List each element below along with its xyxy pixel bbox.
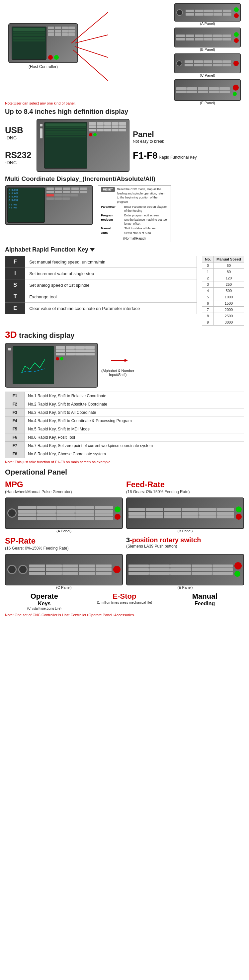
e-panel-label: (E Panel) xyxy=(200,101,215,105)
b-panel-container: (B Panel) xyxy=(174,27,241,51)
alphabet-keys-table: F Set manual feeding speed, unit:mm/min … xyxy=(5,256,197,314)
mpg-knob xyxy=(7,508,17,518)
alphabet-key-row: E Clear value of machine coordinate on P… xyxy=(5,303,197,314)
f1f8-row: F2 No.2 Rapid Key, Shift to Absolute Coo… xyxy=(5,400,244,409)
op-b-panel-box: (B Panel) xyxy=(126,498,244,533)
a-panel-container: (A Panel) xyxy=(174,3,241,25)
alpha-desc-cell: Exchange tool xyxy=(25,291,197,303)
f1f8-functions-table: F1 No.1 Rapid Key, Shift to Relative Coo… xyxy=(5,391,244,458)
alphabet-heading: Alphabet Rapid Function Key xyxy=(5,246,88,253)
alphabet-key-row: F Set manual feeding speed, unit:mm/min xyxy=(5,256,197,268)
f1f8-row: F6 No.6 Rapid Key, Posit Tool xyxy=(5,433,244,442)
multi-coord-section: Multi Coordinate Display_(Increment/Abso… xyxy=(5,175,244,242)
estop-sub: (1 million times press mechanical life) xyxy=(85,601,164,605)
mpg-title: MPG xyxy=(5,480,123,490)
multi-coord-device: X 0.000 Y 0.000 Z 0.000 A 0.000 X 0.000 … xyxy=(5,185,93,225)
alphabet-key-row: I Set increment value of single step xyxy=(5,268,197,280)
speed-val: 250 xyxy=(214,282,244,288)
f1f8-key-cell: F1 xyxy=(5,392,25,400)
e-panel-container: (E Panel) xyxy=(174,79,241,105)
svg-line-2 xyxy=(75,46,108,57)
svg-marker-4 xyxy=(90,248,95,251)
f1f8-row: F1 No.1 Rapid Key, Shift to Relative Coo… xyxy=(5,392,244,400)
speed-val: 60 xyxy=(214,262,244,269)
f1f8-label: F1-F8 xyxy=(133,150,158,161)
manual-speed-table: No. Manual Speed 0 60 1 80 2 120 3 250 4… xyxy=(202,256,244,326)
speed-no: 5 xyxy=(202,294,214,300)
tracking-suffix: tracking display xyxy=(17,331,75,339)
info-row-program: Program Enter program edit screen xyxy=(101,214,168,218)
f1f8-key-cell: F7 xyxy=(5,442,25,450)
usb-rs232-section: USB -DNC RS232 -DNC xyxy=(5,119,244,172)
f1f8-desc-cell: No.2 Rapid Key, Shift to Absolute Coordi… xyxy=(25,400,244,409)
sp-rate-col: SP-Rate (16 Gears: 0%-150% Feeding Rate) xyxy=(5,536,123,550)
a-panel-label: (A Panel) xyxy=(200,22,215,25)
right-labels: Panel Not easy to break F1-F8 Rapid Func… xyxy=(133,130,196,161)
f1f8-row: F7 No.7 Rapid Key, Set zero point of cur… xyxy=(5,442,244,450)
speed-col-no: No. xyxy=(202,256,214,262)
f1f8-desc-cell: No.4 Rapid Key, Shift to Coordinate & Pr… xyxy=(25,417,244,425)
op-c-right-buttons xyxy=(113,566,121,573)
f1f8-desc-cell: No.1 Rapid Key, Shift to Relative Coordi… xyxy=(25,392,244,400)
alpha-key-cell: E xyxy=(5,303,25,314)
c-panel-container: (C Panel) xyxy=(174,53,241,77)
c-panel-label: (C Panel) xyxy=(200,73,215,77)
speed-val: 2500 xyxy=(214,313,244,319)
alphabet-number-label: (Alphabet & NumberInput/Shift) xyxy=(101,369,134,377)
speed-val: 1000 xyxy=(214,294,244,300)
manual-title: Manual xyxy=(165,592,244,601)
reset-info-box: RESET Reset the CNC mode, stop all the f… xyxy=(98,185,171,242)
f1f8-key-cell: F2 xyxy=(5,400,25,409)
op-e-panel-box: (E Panel) xyxy=(126,554,244,589)
alpha-desc-cell: Set manual feeding speed, unit:mm/min xyxy=(25,256,197,268)
bottom-features-row: Operate Keys (Crystal type,Long Life) E-… xyxy=(5,592,244,610)
e-green-button xyxy=(235,571,240,577)
op-b-right-buttons xyxy=(236,506,242,520)
op-e-panel-image xyxy=(126,554,244,585)
op-b-keys xyxy=(128,508,234,519)
normal-rapid-label: (Normal/Rapid) xyxy=(101,237,168,240)
op-e-keys xyxy=(128,565,233,575)
operational-heading: Operational Panel xyxy=(5,468,244,477)
tracking-cnc-device xyxy=(5,343,98,388)
tracking-section: 3D tracking display xyxy=(5,329,244,388)
sp-rate-title: SP-Rate xyxy=(5,536,123,546)
red-button-b xyxy=(236,514,242,520)
f1f8-key-cell: F6 xyxy=(5,433,25,442)
op-a-keys xyxy=(18,506,113,520)
svg-marker-6 xyxy=(124,359,128,362)
speed-no: 1 xyxy=(202,269,214,275)
center-cnc-device xyxy=(37,119,129,172)
left-labels: USB -DNC RS232 -DNC xyxy=(5,126,33,165)
op-e-right-buttons xyxy=(235,562,242,577)
op-a-right-buttons xyxy=(115,506,121,520)
multi-coord-heading: Multi Coordinate Display_(Increment/Abso… xyxy=(5,175,244,183)
3d-graph xyxy=(20,356,46,374)
speed-no: 8 xyxy=(202,313,214,319)
reset-button-label: RESET xyxy=(101,187,115,192)
f1f8-table-section: F1 No.1 Rapid Key, Shift to Relative Coo… xyxy=(5,391,244,464)
speed-val: 3000 xyxy=(214,319,244,326)
3pos-suffix: -position rotary switch xyxy=(130,536,201,544)
rs232-label: RS232 xyxy=(5,150,32,160)
rs232-label-group: RS232 -DNC xyxy=(5,150,33,165)
usb-label: USB xyxy=(5,125,23,135)
3pos-title: 3-position rotary switch xyxy=(126,536,244,544)
arrow-right-icon xyxy=(108,354,128,367)
op-c-keys xyxy=(29,565,112,575)
f1f8-label-group: F1-F8 Rapid Functional Key xyxy=(133,150,196,161)
3pos-sub: (Siemens LA39 Push button) xyxy=(126,544,244,549)
multi-coord-display-row: X 0.000 Y 0.000 Z 0.000 A 0.000 X 0.000 … xyxy=(5,185,244,242)
speed-val: 120 xyxy=(214,275,244,282)
f1f8-row: F4 No.4 Rapid Key, Shift to Coordinate &… xyxy=(5,417,244,425)
panel-label-group: Panel Not easy to break xyxy=(133,130,196,144)
speed-row: 4 500 xyxy=(202,288,244,294)
speed-val: 500 xyxy=(214,288,244,294)
alpha-number-label-group: (Alphabet & NumberInput/Shift) xyxy=(101,354,134,377)
op-a-panel-label: (A Panel) xyxy=(56,529,71,533)
op-c-panel-box: (C Panel) xyxy=(5,554,123,589)
operate-sub2: (Crystal type,Long Life) xyxy=(5,607,84,610)
op-b-panel-label: (B Panel) xyxy=(178,529,193,533)
alpha-key-cell: T xyxy=(5,291,25,303)
op-b-panel-image xyxy=(126,498,244,529)
